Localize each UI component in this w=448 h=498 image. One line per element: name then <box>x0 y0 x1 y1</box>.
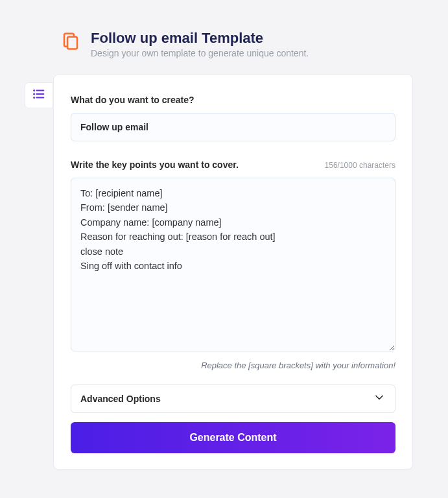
svg-rect-0 <box>67 37 77 49</box>
advanced-options-toggle[interactable]: Advanced Options <box>71 385 395 413</box>
page-subtitle: Design your own template to generate uni… <box>91 48 309 58</box>
keypoints-textarea[interactable] <box>71 178 395 351</box>
list-icon <box>32 87 46 104</box>
generate-button[interactable]: Generate Content <box>71 422 395 453</box>
svg-point-1 <box>34 90 34 91</box>
svg-point-3 <box>34 93 34 94</box>
svg-point-5 <box>34 97 34 98</box>
chevron-down-icon <box>373 391 386 407</box>
keypoints-field-label: Write the key points you want to cover. <box>71 160 239 170</box>
character-count: 156/1000 characters <box>325 161 395 170</box>
copy-icon <box>61 31 80 53</box>
hint-text: Replace the [square brackets] with your … <box>71 361 395 370</box>
create-input[interactable] <box>71 113 395 141</box>
template-form-card: What do you want to create? Write the ke… <box>53 75 413 469</box>
create-field-label: What do you want to create? <box>71 95 395 105</box>
advanced-options-label: Advanced Options <box>80 394 161 404</box>
side-tab-button[interactable] <box>25 82 53 108</box>
page-title: Follow up email Template <box>91 30 309 47</box>
